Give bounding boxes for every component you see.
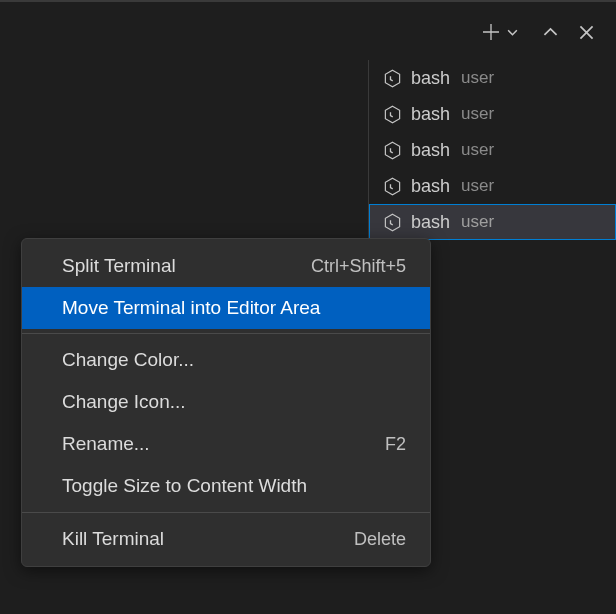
bash-icon (383, 69, 402, 88)
terminal-user: user (461, 140, 494, 160)
chevron-up-icon (542, 24, 559, 41)
terminal-name: bash (411, 104, 450, 125)
new-terminal-dropdown-button[interactable] (502, 20, 522, 44)
terminal-tab[interactable]: bash user (369, 60, 616, 96)
bash-icon (383, 141, 402, 160)
terminal-toolbar (480, 20, 598, 44)
menu-label: Rename... (62, 433, 150, 455)
maximize-panel-button[interactable] (538, 20, 562, 44)
bash-icon (383, 177, 402, 196)
menu-label: Change Icon... (62, 391, 186, 413)
terminal-user: user (461, 104, 494, 124)
menu-label: Split Terminal (62, 255, 176, 277)
terminal-tab[interactable]: bash user (369, 168, 616, 204)
menu-change-color[interactable]: Change Color... (22, 339, 430, 381)
terminal-tab[interactable]: bash user (369, 204, 616, 240)
terminal-user: user (461, 68, 494, 88)
terminal-name: bash (411, 68, 450, 89)
menu-separator (22, 333, 430, 334)
terminal-context-menu: Split Terminal Ctrl+Shift+5 Move Termina… (21, 238, 431, 567)
menu-rename[interactable]: Rename... F2 (22, 423, 430, 465)
terminal-name: bash (411, 212, 450, 233)
new-terminal-button[interactable] (480, 20, 502, 44)
close-icon (578, 24, 595, 41)
chevron-down-icon (506, 26, 519, 39)
menu-label: Move Terminal into Editor Area (62, 297, 320, 319)
menu-split-terminal[interactable]: Split Terminal Ctrl+Shift+5 (22, 245, 430, 287)
bash-icon (383, 105, 402, 124)
terminal-name: bash (411, 140, 450, 161)
menu-move-to-editor-area[interactable]: Move Terminal into Editor Area (22, 287, 430, 329)
close-panel-button[interactable] (574, 20, 598, 44)
bash-icon (383, 213, 402, 232)
terminal-list: bash user bash user bash user bash user … (368, 60, 616, 240)
menu-separator (22, 512, 430, 513)
menu-label: Toggle Size to Content Width (62, 475, 307, 497)
menu-label: Change Color... (62, 349, 194, 371)
terminal-tab[interactable]: bash user (369, 132, 616, 168)
menu-shortcut: F2 (385, 434, 406, 455)
terminal-name: bash (411, 176, 450, 197)
menu-shortcut: Ctrl+Shift+5 (311, 256, 406, 277)
menu-change-icon[interactable]: Change Icon... (22, 381, 430, 423)
plus-icon (481, 22, 501, 42)
menu-label: Kill Terminal (62, 528, 164, 550)
terminal-user: user (461, 176, 494, 196)
menu-shortcut: Delete (354, 529, 406, 550)
terminal-tab[interactable]: bash user (369, 96, 616, 132)
menu-kill-terminal[interactable]: Kill Terminal Delete (22, 518, 430, 560)
menu-toggle-size[interactable]: Toggle Size to Content Width (22, 465, 430, 507)
terminal-user: user (461, 212, 494, 232)
